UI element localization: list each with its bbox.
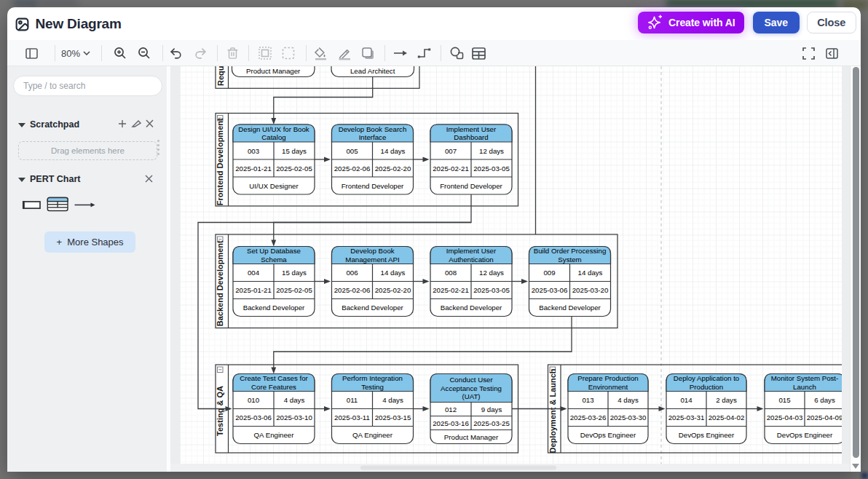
svg-text:010: 010 <box>248 396 260 404</box>
svg-text:QA Engineer: QA Engineer <box>352 431 393 439</box>
svg-text:Acceptance Testing: Acceptance Testing <box>441 384 502 392</box>
svg-text:Backend Developer: Backend Developer <box>342 304 403 312</box>
svg-text:2025-02-21: 2025-02-21 <box>433 165 469 173</box>
svg-text:Requirements & Planning: Requirements & Planning <box>216 66 225 86</box>
svg-text:008: 008 <box>445 269 457 277</box>
svg-text:Frontend Developer: Frontend Developer <box>342 182 404 190</box>
svg-text:Deployment & Launch: Deployment & Launch <box>548 368 557 453</box>
svg-text:Environment: Environment <box>588 383 628 391</box>
svg-text:Dashboard: Dashboard <box>454 133 488 141</box>
svg-text:2025-02-20: 2025-02-20 <box>375 286 411 294</box>
svg-text:2025-03-06: 2025-03-06 <box>532 286 568 294</box>
svg-text:2025-02-06: 2025-02-06 <box>334 286 371 294</box>
svg-text:Frontend Developer: Frontend Developer <box>440 182 502 190</box>
svg-text:14 days: 14 days <box>381 147 406 155</box>
svg-text:006: 006 <box>346 269 358 277</box>
svg-text:15 days: 15 days <box>282 269 307 277</box>
svg-text:12 days: 12 days <box>479 269 504 277</box>
svg-text:011: 011 <box>347 396 358 404</box>
svg-text:(UAT): (UAT) <box>462 392 480 400</box>
svg-text:4 days: 4 days <box>284 396 305 404</box>
svg-text:007: 007 <box>445 147 457 155</box>
svg-text:14 days: 14 days <box>578 269 603 277</box>
svg-text:Perform Integration: Perform Integration <box>342 374 403 382</box>
svg-text:2025-03-10: 2025-03-10 <box>276 413 312 421</box>
svg-text:2025-03-25: 2025-03-25 <box>473 419 510 427</box>
svg-text:4 days: 4 days <box>382 396 403 404</box>
svg-text:Conduct User: Conduct User <box>449 376 493 384</box>
svg-text:Prepare Production: Prepare Production <box>577 374 638 382</box>
svg-text:Management API: Management API <box>345 256 399 264</box>
svg-text:System: System <box>558 256 581 264</box>
svg-text:Develop Book Search: Develop Book Search <box>339 125 407 133</box>
svg-text:2 days: 2 days <box>716 396 737 404</box>
svg-text:DevOps Engineer: DevOps Engineer <box>679 431 735 439</box>
svg-text:9 days: 9 days <box>481 405 502 413</box>
svg-text:2025-03-16: 2025-03-16 <box>433 419 469 427</box>
svg-text:12 days: 12 days <box>479 147 504 155</box>
svg-text:2025-03-30: 2025-03-30 <box>610 413 647 421</box>
svg-text:003: 003 <box>248 147 259 155</box>
svg-text:005: 005 <box>346 147 358 155</box>
svg-text:2025-01-21: 2025-01-21 <box>235 165 272 173</box>
svg-text:14 days: 14 days <box>381 269 406 277</box>
svg-text:Backend Developer: Backend Developer <box>539 304 601 312</box>
svg-text:Schema: Schema <box>261 256 287 264</box>
svg-text:Product Manager: Product Manager <box>444 433 499 441</box>
svg-text:2025-03-06: 2025-03-06 <box>235 413 272 421</box>
svg-text:DevOps Engineer: DevOps Engineer <box>777 431 833 439</box>
svg-text:2025-04-03: 2025-04-03 <box>767 413 803 421</box>
svg-text:DevOps Engineer: DevOps Engineer <box>580 431 636 439</box>
svg-text:Product Manager: Product Manager <box>246 67 301 75</box>
svg-text:Create Test Cases for: Create Test Cases for <box>240 374 308 382</box>
svg-text:Launch: Launch <box>793 383 816 391</box>
svg-text:2025-03-20: 2025-03-20 <box>572 286 609 294</box>
svg-text:015: 015 <box>778 396 790 404</box>
svg-text:Production: Production <box>690 383 723 391</box>
svg-text:Implement User: Implement User <box>446 125 497 133</box>
svg-text:Develop Book: Develop Book <box>350 247 394 255</box>
svg-text:014: 014 <box>680 396 693 404</box>
svg-text:2025-02-21: 2025-02-21 <box>433 286 469 294</box>
svg-text:Monitor System Post-: Monitor System Post- <box>771 374 839 382</box>
svg-text:Backend Development: Backend Development <box>216 240 224 326</box>
svg-text:2025-01-21: 2025-01-21 <box>235 286 272 294</box>
svg-text:4 days: 4 days <box>618 396 639 404</box>
svg-text:2025-04-09: 2025-04-09 <box>807 413 843 421</box>
svg-text:2025-02-05: 2025-02-05 <box>276 165 312 173</box>
svg-text:2025-03-15: 2025-03-15 <box>375 413 411 421</box>
svg-text:QA Engineer: QA Engineer <box>254 431 295 439</box>
svg-text:UI/UX Designer: UI/UX Designer <box>249 182 299 190</box>
svg-text:Testing: Testing <box>361 383 384 391</box>
svg-text:6 days: 6 days <box>814 396 835 404</box>
svg-text:Build Order Processing: Build Order Processing <box>534 247 607 255</box>
svg-text:2025-02-06: 2025-02-06 <box>334 165 371 173</box>
svg-text:012: 012 <box>445 405 457 413</box>
svg-text:2025-03-05: 2025-03-05 <box>473 165 510 173</box>
svg-text:2025-03-05: 2025-03-05 <box>473 286 510 294</box>
svg-text:Authentication: Authentication <box>449 256 493 264</box>
svg-text:2025-03-31: 2025-03-31 <box>668 413 705 421</box>
svg-text:Catalog: Catalog <box>261 133 285 141</box>
svg-text:Backend Developer: Backend Developer <box>243 304 305 312</box>
svg-text:2025-03-11: 2025-03-11 <box>334 413 370 421</box>
svg-text:2025-03-26: 2025-03-26 <box>570 413 607 421</box>
svg-text:2025-02-20: 2025-02-20 <box>375 165 411 173</box>
svg-text:009: 009 <box>543 269 555 277</box>
svg-text:Lead Architect: Lead Architect <box>350 67 395 75</box>
svg-text:2025-02-05: 2025-02-05 <box>276 286 312 294</box>
svg-text:Backend Developer: Backend Developer <box>441 304 502 312</box>
svg-text:013: 013 <box>582 396 593 404</box>
svg-text:Implement User: Implement User <box>446 247 497 255</box>
svg-text:Frontend Development: Frontend Development <box>216 118 224 205</box>
svg-text:Testing & QA: Testing & QA <box>216 386 224 436</box>
svg-text:004: 004 <box>248 269 260 277</box>
svg-text:2025-04-02: 2025-04-02 <box>709 413 745 421</box>
svg-text:Core Features: Core Features <box>251 383 296 391</box>
svg-text:Interface: Interface <box>359 133 387 141</box>
svg-text:Design UI/UX for Book: Design UI/UX for Book <box>238 125 309 133</box>
svg-text:Deploy Application to: Deploy Application to <box>674 374 739 382</box>
svg-text:Set Up Database: Set Up Database <box>247 247 301 255</box>
svg-text:15 days: 15 days <box>282 147 307 155</box>
